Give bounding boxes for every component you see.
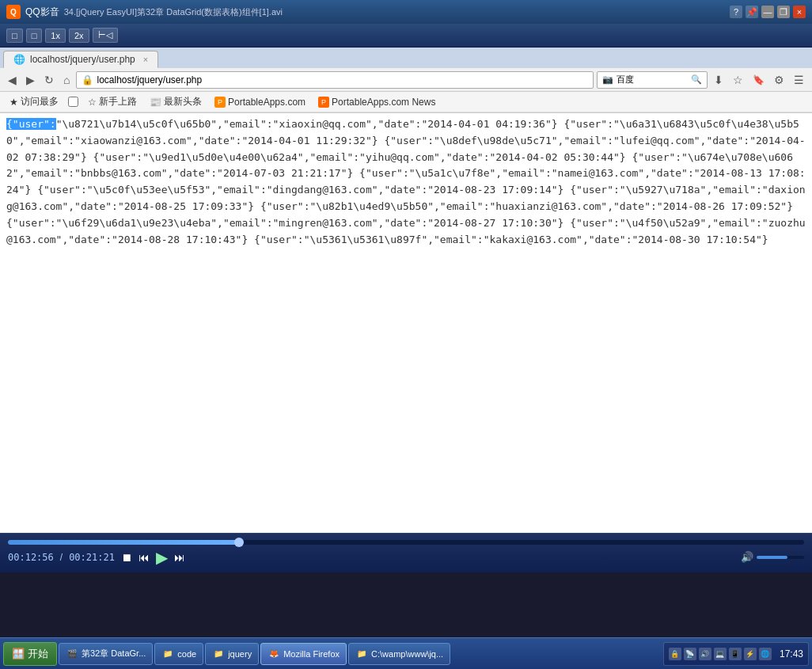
tray-icon-4[interactable]: 💻: [714, 648, 727, 660]
search-icon: 🔍: [691, 74, 702, 85]
taskbar-firefox-label: Mozilla Firefox: [283, 649, 340, 659]
tab-label: localhost/jquery/user.php: [30, 54, 135, 65]
tb-btn1[interactable]: □: [6, 29, 23, 43]
bookmark-star-icon: ★: [9, 97, 18, 108]
bookmark-newbie[interactable]: ☆ 新手上路: [83, 93, 142, 110]
taskbar-item-code[interactable]: 📁 code: [154, 643, 203, 665]
tray-icon-1[interactable]: 🔒: [669, 648, 681, 660]
bookmark-most-visited[interactable]: ★ 访问最多: [5, 93, 63, 110]
app-name: QQ影音: [25, 6, 59, 19]
tray-icons: 🔒 📡 🔊 💻 📱 ⚡ 🌐: [669, 648, 772, 660]
taskbar-item-video[interactable]: 🎬 第32章 DataGr...: [59, 643, 153, 665]
settings-button[interactable]: ⚙: [771, 72, 787, 88]
help-btn[interactable]: ?: [730, 6, 742, 18]
close-btn[interactable]: ×: [793, 6, 806, 18]
menu-button[interactable]: ☰: [791, 72, 807, 88]
address-favicon: 🔒: [82, 74, 93, 86]
volume-bar[interactable]: [757, 556, 804, 559]
prev-button[interactable]: ⏮: [138, 551, 150, 564]
volume-fill: [757, 556, 787, 559]
tb-btn-skip[interactable]: ⊢◁: [93, 28, 118, 43]
bookmark-icon-button[interactable]: 🔖: [749, 73, 768, 87]
taskbar-video-icon: 🎬: [66, 648, 78, 660]
player-controls: 00:12:56 / 00:21:21 ⏹ ⏮ ▶ ⏭ 🔊: [8, 548, 804, 567]
time-total: 00:21:21: [69, 552, 115, 563]
time-current: 00:12:56: [8, 552, 54, 563]
bookmark-portableapps[interactable]: P PortableApps.com: [210, 95, 310, 109]
volume-icon: 🔊: [741, 551, 753, 563]
search-label: 百度: [617, 74, 634, 86]
taskbar-jquery-label: jquery: [228, 649, 252, 659]
json-content: {"user":"\u8721\u7b14\u5c0f\u65b0","emai…: [6, 116, 806, 248]
browser-chrome: 🌐 localhost/jquery/user.php × ◀ ▶ ↻ ⌂ 🔒 …: [0, 48, 812, 113]
taskbar-item-wamp[interactable]: 📁 C:\wamp\www\jq...: [348, 643, 450, 665]
forward-button[interactable]: ▶: [23, 72, 38, 88]
bookmarks-bar: ★ 访问最多 ☆ 新手上路 📰 最新头条 P PortableApps.com …: [0, 92, 812, 112]
taskbar-item-jquery[interactable]: 📁 jquery: [205, 643, 259, 665]
pin-btn[interactable]: 📌: [746, 6, 758, 18]
tab-favicon: 🌐: [13, 54, 25, 65]
tb-btn-1x[interactable]: 1x: [45, 29, 66, 43]
volume-area: 🔊: [741, 551, 804, 563]
download-button[interactable]: ⬇: [711, 72, 727, 88]
progress-handle[interactable]: [234, 538, 244, 547]
taskbar: 🪟 开始 🎬 第32章 DataGr... 📁 code 📁 jquery 🦊 …: [0, 637, 812, 669]
taskbar-code-label: code: [177, 649, 196, 659]
tray-icon-3[interactable]: 🔊: [699, 648, 711, 660]
bookmark-news[interactable]: 📰 最新头条: [145, 93, 207, 110]
search-engine-icon: 📷: [602, 74, 613, 85]
browser-tabs: 🌐 localhost/jquery/user.php ×: [0, 48, 812, 68]
home-button[interactable]: ⌂: [60, 72, 73, 88]
player-bottom: 00:12:56 / 00:21:21 ⏹ ⏮ ▶ ⏭ 🔊: [0, 533, 812, 572]
minimize-btn[interactable]: —: [761, 6, 774, 18]
browser-tab-active[interactable]: 🌐 localhost/jquery/user.php ×: [3, 51, 158, 68]
bookmark-guide-icon: ☆: [88, 97, 97, 108]
play-pause-button[interactable]: ▶: [156, 548, 168, 567]
tray-icon-5[interactable]: 📱: [729, 648, 742, 660]
system-tray: 🔒 📡 🔊 💻 📱 ⚡ 🌐 17:43: [663, 642, 809, 666]
nav-bar: ◀ ▶ ↻ ⌂ 🔒 localhost/jquery/user.php 📷 百度…: [0, 68, 812, 92]
progress-fill: [8, 540, 239, 545]
next-button[interactable]: ⏭: [174, 551, 185, 564]
app-icon: Q: [6, 5, 21, 19]
bookmark-portableapps-news[interactable]: P PortableApps.com News: [313, 95, 440, 109]
maximize-btn[interactable]: ❐: [777, 6, 790, 18]
taskbar-video-label: 第32章 DataGr...: [82, 648, 146, 659]
bookmark-portableapps-news-label: PortableApps.com News: [332, 97, 435, 108]
browser-content[interactable]: {"user":"\u8721\u7b14\u5c0f\u65b0","emai…: [0, 113, 812, 533]
bookmark-newbie-label: 新手上路: [99, 95, 137, 108]
refresh-button[interactable]: ↻: [41, 72, 57, 88]
bookmark-checkbox[interactable]: [68, 97, 78, 107]
tray-icon-6[interactable]: ⚡: [744, 648, 757, 660]
start-icon: 🪟: [12, 648, 25, 659]
tab-close-icon[interactable]: ×: [143, 55, 148, 64]
bookmark-most-visited-label: 访问最多: [21, 95, 59, 108]
back-button[interactable]: ◀: [5, 72, 20, 88]
player-toolbar: □ □ 1x 2x ⊢◁: [0, 24, 812, 48]
bookmark-news-icon: 📰: [150, 97, 161, 108]
progress-bar[interactable]: [8, 540, 804, 545]
tray-icon-net[interactable]: 🌐: [759, 648, 772, 660]
taskbar-wamp-icon: 📁: [355, 648, 368, 660]
address-bar[interactable]: 🔒 localhost/jquery/user.php: [76, 71, 594, 89]
bookmark-star-button[interactable]: ☆: [730, 72, 746, 88]
bookmark-portableapps-label: PortableApps.com: [228, 97, 305, 108]
taskbar-wamp-label: C:\wamp\www\jq...: [371, 649, 443, 659]
tb-btn-2x[interactable]: 2x: [69, 29, 89, 43]
stop-button[interactable]: ⏹: [121, 551, 132, 564]
window-controls: ? 📌 — ❐ ×: [730, 6, 806, 18]
time-separator: /: [60, 552, 63, 563]
taskbar-item-firefox[interactable]: 🦊 Mozilla Firefox: [260, 643, 347, 665]
taskbar-code-icon: 📁: [161, 648, 174, 660]
start-button[interactable]: 🪟 开始: [3, 642, 57, 666]
tb-btn2[interactable]: □: [26, 29, 43, 43]
tray-icon-2[interactable]: 📡: [684, 648, 696, 660]
search-bar[interactable]: 📷 百度 🔍: [597, 71, 708, 89]
titlebar-left: Q QQ影音 34.[jQuery EasyUI]第32章 DataGrid(数…: [6, 5, 283, 19]
titlebar: Q QQ影音 34.[jQuery EasyUI]第32章 DataGrid(数…: [0, 0, 812, 24]
start-label: 开始: [28, 647, 48, 661]
window-title: 34.[jQuery EasyUI]第32章 DataGrid(数据表格)组件[…: [64, 6, 283, 18]
portableapps-icon: P: [214, 97, 226, 108]
system-time: 17:43: [780, 648, 803, 659]
portableapps-news-icon: P: [318, 97, 329, 108]
